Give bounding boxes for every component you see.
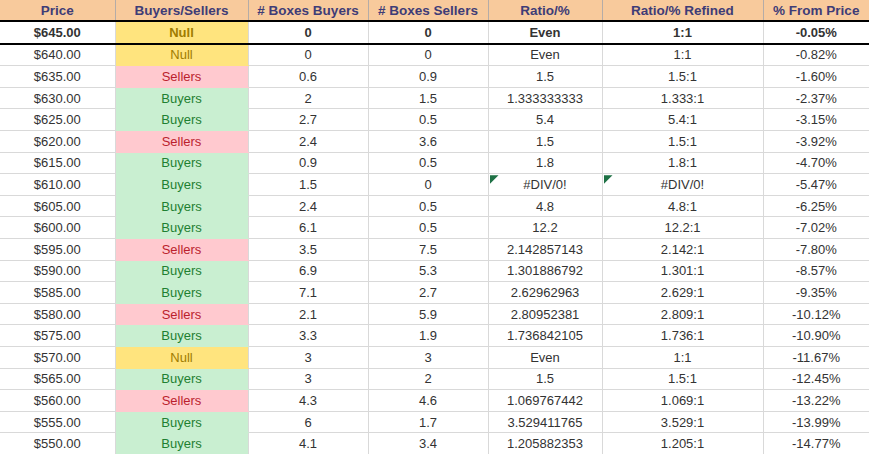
boxes-sellers-cell[interactable]: 3.6	[368, 131, 488, 153]
ratio-cell[interactable]: 4.8	[488, 195, 602, 217]
price-cell[interactable]: $630.00	[0, 87, 115, 109]
price-cell[interactable]: $580.00	[0, 303, 115, 325]
price-cell[interactable]: $635.00	[0, 66, 115, 88]
price-cell[interactable]: $560.00	[0, 390, 115, 412]
ratio-cell[interactable]: #DIV/0!	[488, 174, 602, 196]
ratio-cell[interactable]: 1.736842105	[488, 325, 602, 347]
boxes-sellers-cell[interactable]: 0.5	[368, 195, 488, 217]
ratio-refined-cell[interactable]: 1:1	[602, 346, 763, 368]
pct-from-price-cell[interactable]: -2.37%	[763, 87, 869, 109]
boxes-sellers-cell[interactable]: 0	[368, 44, 488, 66]
boxes-buyers-cell[interactable]: 2.7	[248, 109, 368, 131]
price-cell[interactable]: $565.00	[0, 368, 115, 390]
status-cell[interactable]: Buyers	[115, 260, 248, 282]
status-cell[interactable]: Sellers	[115, 66, 248, 88]
pct-from-price-cell[interactable]: -14.77%	[763, 433, 869, 454]
boxes-sellers-cell[interactable]: 1.7	[368, 411, 488, 433]
col-header-ratio-refined[interactable]: Ratio/% Refined	[602, 0, 763, 21]
status-cell[interactable]: Buyers	[115, 282, 248, 304]
pct-from-price-cell[interactable]: -1.60%	[763, 66, 869, 88]
status-cell[interactable]: Buyers	[115, 325, 248, 347]
pct-from-price-cell[interactable]: -13.22%	[763, 390, 869, 412]
boxes-sellers-cell[interactable]: 3	[368, 346, 488, 368]
price-cell[interactable]: $555.00	[0, 411, 115, 433]
status-cell[interactable]: Buyers	[115, 217, 248, 239]
col-header-pct-from-price[interactable]: % From Price	[763, 0, 869, 21]
boxes-buyers-cell[interactable]: 3.3	[248, 325, 368, 347]
pct-from-price-cell[interactable]: -6.25%	[763, 195, 869, 217]
price-cell[interactable]: $600.00	[0, 217, 115, 239]
status-cell[interactable]: Null	[115, 44, 248, 66]
price-cell[interactable]: $640.00	[0, 44, 115, 66]
boxes-buyers-cell[interactable]: 2.1	[248, 303, 368, 325]
status-cell[interactable]: Buyers	[115, 411, 248, 433]
ratio-refined-cell[interactable]: 1.5:1	[602, 66, 763, 88]
ratio-refined-cell[interactable]: 3.529:1	[602, 411, 763, 433]
ratio-refined-cell[interactable]: 2.809:1	[602, 303, 763, 325]
price-cell[interactable]: $575.00	[0, 325, 115, 347]
ratio-refined-cell[interactable]: 1:1	[602, 21, 763, 44]
pct-from-price-cell[interactable]: -0.05%	[763, 21, 869, 44]
pct-from-price-cell[interactable]: -8.57%	[763, 260, 869, 282]
ratio-cell[interactable]: 5.4	[488, 109, 602, 131]
pct-from-price-cell[interactable]: -0.82%	[763, 44, 869, 66]
ratio-cell[interactable]: 1.5	[488, 66, 602, 88]
ratio-refined-cell[interactable]: 1.205:1	[602, 433, 763, 454]
boxes-buyers-cell[interactable]: 2.4	[248, 195, 368, 217]
boxes-buyers-cell[interactable]: 6	[248, 411, 368, 433]
ratio-cell[interactable]: 1.069767442	[488, 390, 602, 412]
boxes-buyers-cell[interactable]: 4.3	[248, 390, 368, 412]
boxes-buyers-cell[interactable]: 2	[248, 87, 368, 109]
pct-from-price-cell[interactable]: -3.15%	[763, 109, 869, 131]
ratio-cell[interactable]: Even	[488, 346, 602, 368]
ratio-refined-cell[interactable]: 1:1	[602, 44, 763, 66]
pct-from-price-cell[interactable]: -10.90%	[763, 325, 869, 347]
price-cell[interactable]: $585.00	[0, 282, 115, 304]
boxes-buyers-cell[interactable]: 0	[248, 21, 368, 44]
pct-from-price-cell[interactable]: -9.35%	[763, 282, 869, 304]
boxes-buyers-cell[interactable]: 4.1	[248, 433, 368, 454]
price-cell[interactable]: $615.00	[0, 152, 115, 174]
col-header-ratio[interactable]: Ratio/%	[488, 0, 602, 21]
status-cell[interactable]: Buyers	[115, 195, 248, 217]
boxes-sellers-cell[interactable]: 0.5	[368, 217, 488, 239]
price-cell[interactable]: $620.00	[0, 131, 115, 153]
price-cell[interactable]: $625.00	[0, 109, 115, 131]
pct-from-price-cell[interactable]: -7.02%	[763, 217, 869, 239]
ratio-refined-cell[interactable]: #DIV/0!	[602, 174, 763, 196]
boxes-buyers-cell[interactable]: 0	[248, 44, 368, 66]
status-cell[interactable]: Sellers	[115, 238, 248, 260]
ratio-cell[interactable]: 2.142857143	[488, 238, 602, 260]
boxes-sellers-cell[interactable]: 0.5	[368, 152, 488, 174]
ratio-refined-cell[interactable]: 1.5:1	[602, 368, 763, 390]
boxes-sellers-cell[interactable]: 1.5	[368, 87, 488, 109]
boxes-sellers-cell[interactable]: 0.5	[368, 109, 488, 131]
status-cell[interactable]: Sellers	[115, 303, 248, 325]
ratio-refined-cell[interactable]: 4.8:1	[602, 195, 763, 217]
status-cell[interactable]: Buyers	[115, 109, 248, 131]
ratio-refined-cell[interactable]: 12.2:1	[602, 217, 763, 239]
pct-from-price-cell[interactable]: -3.92%	[763, 131, 869, 153]
ratio-cell[interactable]: 1.5	[488, 368, 602, 390]
status-cell[interactable]: Sellers	[115, 131, 248, 153]
ratio-refined-cell[interactable]: 1.301:1	[602, 260, 763, 282]
pct-from-price-cell[interactable]: -7.80%	[763, 238, 869, 260]
status-cell[interactable]: Buyers	[115, 368, 248, 390]
ratio-refined-cell[interactable]: 1.069:1	[602, 390, 763, 412]
col-header-boxes-buyers[interactable]: # Boxes Buyers	[248, 0, 368, 21]
ratio-refined-cell[interactable]: 1.5:1	[602, 131, 763, 153]
boxes-sellers-cell[interactable]: 0	[368, 21, 488, 44]
boxes-buyers-cell[interactable]: 0.9	[248, 152, 368, 174]
pct-from-price-cell[interactable]: -13.99%	[763, 411, 869, 433]
ratio-cell[interactable]: 3.529411765	[488, 411, 602, 433]
boxes-buyers-cell[interactable]: 3	[248, 368, 368, 390]
boxes-sellers-cell[interactable]: 5.3	[368, 260, 488, 282]
col-header-boxes-sellers[interactable]: # Boxes Sellers	[368, 0, 488, 21]
status-cell[interactable]: Buyers	[115, 433, 248, 454]
boxes-buyers-cell[interactable]: 3	[248, 346, 368, 368]
boxes-sellers-cell[interactable]: 2	[368, 368, 488, 390]
col-header-buyers-sellers[interactable]: Buyers/Sellers	[115, 0, 248, 21]
ratio-cell[interactable]: 1.301886792	[488, 260, 602, 282]
price-cell[interactable]: $610.00	[0, 174, 115, 196]
pct-from-price-cell[interactable]: -10.12%	[763, 303, 869, 325]
